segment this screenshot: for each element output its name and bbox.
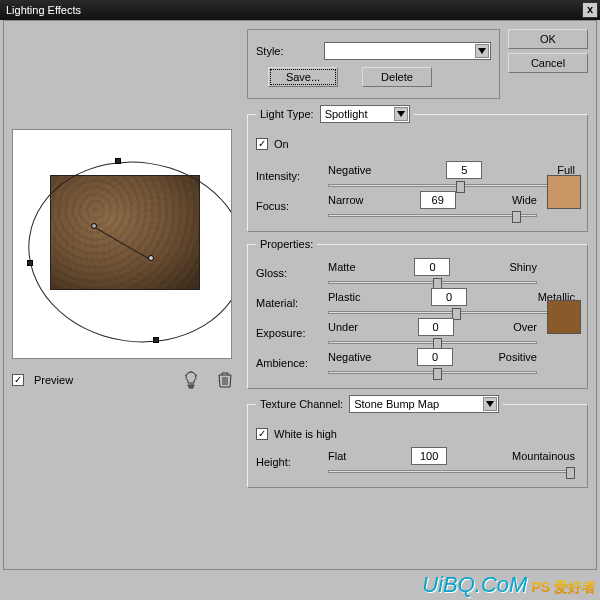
style-dropdown[interactable] xyxy=(324,42,491,60)
intensity-slider[interactable] xyxy=(328,181,575,191)
properties-group: Properties: Gloss: Matte0Shiny Material:… xyxy=(247,238,588,389)
on-checkbox[interactable] xyxy=(256,138,268,150)
chevron-down-icon xyxy=(475,44,489,58)
light-target-handle[interactable] xyxy=(148,255,154,261)
handle-s[interactable] xyxy=(153,337,159,343)
handle-w[interactable] xyxy=(27,260,33,266)
texture-group: Texture Channel: Stone Bump Map White is… xyxy=(247,395,588,488)
on-label: On xyxy=(274,138,289,150)
cancel-button[interactable]: Cancel xyxy=(508,53,588,73)
trash-icon[interactable] xyxy=(213,369,237,391)
style-group: Style: Save... Delete xyxy=(247,29,500,99)
dialog-title: Lighting Effects xyxy=(6,4,81,16)
ambience-slider[interactable] xyxy=(328,368,537,378)
light-type-label: Light Type: xyxy=(260,108,314,120)
preview-checkbox[interactable] xyxy=(12,374,24,386)
exposure-label: Exposure: xyxy=(256,327,318,339)
gloss-label: Gloss: xyxy=(256,267,318,279)
intensity-label: Intensity: xyxy=(256,170,318,182)
material-label: Material: xyxy=(256,297,318,309)
light-center-handle[interactable] xyxy=(91,223,97,229)
white-is-high-label: White is high xyxy=(274,428,337,440)
lightbulb-icon[interactable] xyxy=(179,369,203,391)
focus-value[interactable]: 69 xyxy=(420,191,456,209)
light-type-group: Light Type: Spotlight On Intensity: xyxy=(247,105,588,232)
ambience-value[interactable]: 0 xyxy=(417,348,453,366)
light-type-dropdown[interactable]: Spotlight xyxy=(320,105,410,123)
save-button[interactable]: Save... xyxy=(268,67,338,87)
preview-label: Preview xyxy=(34,374,73,386)
properties-legend: Properties: xyxy=(256,238,317,250)
left-panel: Preview xyxy=(12,29,237,561)
intensity-value[interactable]: 5 xyxy=(446,161,482,179)
white-is-high-checkbox[interactable] xyxy=(256,428,268,440)
texture-channel-label: Texture Channel: xyxy=(260,398,343,410)
gloss-slider[interactable] xyxy=(328,278,537,288)
ok-button[interactable]: OK xyxy=(508,29,588,49)
handle-n[interactable] xyxy=(115,158,121,164)
height-label: Height: xyxy=(256,456,318,468)
watermark-bottom: UiBQ.CoM PS 爱好者 xyxy=(422,572,596,598)
material-slider[interactable] xyxy=(328,308,575,318)
dialog-body: Preview Style: xyxy=(3,20,597,570)
focus-label: Focus: xyxy=(256,200,318,212)
delete-button[interactable]: Delete xyxy=(362,67,432,87)
gloss-value[interactable]: 0 xyxy=(414,258,450,276)
exposure-slider[interactable] xyxy=(328,338,537,348)
close-button[interactable]: x xyxy=(582,2,598,18)
focus-slider[interactable] xyxy=(328,211,537,221)
ambience-label: Ambience: xyxy=(256,357,318,369)
material-value[interactable]: 0 xyxy=(431,288,467,306)
height-value[interactable]: 100 xyxy=(411,447,447,465)
chevron-down-icon xyxy=(394,107,408,121)
height-slider[interactable] xyxy=(328,467,575,477)
dialog-titlebar[interactable]: Lighting Effects x xyxy=(0,0,600,20)
preview-area[interactable] xyxy=(12,129,232,359)
texture-channel-dropdown[interactable]: Stone Bump Map xyxy=(349,395,499,413)
chevron-down-icon xyxy=(483,397,497,411)
style-label: Style: xyxy=(256,45,318,57)
exposure-value[interactable]: 0 xyxy=(418,318,454,336)
